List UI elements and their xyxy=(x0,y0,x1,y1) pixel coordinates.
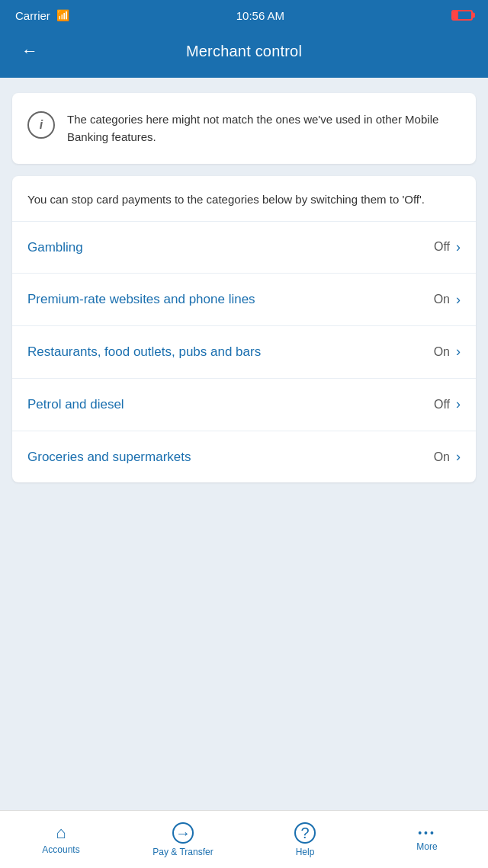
wifi-icon: 📶 xyxy=(56,9,69,21)
more-icon: ••• xyxy=(418,828,436,838)
carrier-label: Carrier xyxy=(15,9,50,22)
category-name-restaurants: Restaurants, food outlets, pubs and bars xyxy=(27,343,287,361)
chevron-icon-premium-rate: › xyxy=(456,292,461,308)
category-intro: You can stop card payments to the catego… xyxy=(12,176,476,222)
pay-transfer-label: Pay & Transfer xyxy=(152,847,213,857)
chevron-icon-restaurants: › xyxy=(456,344,461,360)
nav-item-help[interactable]: ? Help xyxy=(244,811,366,868)
nav-item-accounts[interactable]: ⌂ Accounts xyxy=(0,811,122,868)
category-status-petrol: Off› xyxy=(434,396,461,412)
info-card: i The categories here might not match th… xyxy=(12,93,476,164)
more-label: More xyxy=(416,841,437,852)
category-item-restaurants[interactable]: Restaurants, food outlets, pubs and bars… xyxy=(12,326,476,379)
help-icon: ? xyxy=(294,822,316,844)
chevron-icon-gambling: › xyxy=(456,239,461,255)
category-name-premium-rate: Premium-rate websites and phone lines xyxy=(27,290,287,309)
nav-item-pay-transfer[interactable]: → Pay & Transfer xyxy=(122,811,244,868)
nav-item-more[interactable]: ••• More xyxy=(366,811,488,868)
header: ← Merchant control xyxy=(0,30,488,78)
category-name-gambling: Gambling xyxy=(27,239,287,257)
status-label-groceries: On xyxy=(434,450,450,464)
category-status-gambling: Off› xyxy=(434,239,461,255)
category-card: You can stop card payments to the catego… xyxy=(12,176,476,482)
status-bar: Carrier 📶 10:56 AM xyxy=(0,0,488,30)
category-item-premium-rate[interactable]: Premium-rate websites and phone linesOn› xyxy=(12,274,476,326)
status-left: Carrier 📶 xyxy=(15,9,69,22)
main-content: i The categories here might not match th… xyxy=(0,78,488,810)
back-button[interactable]: ← xyxy=(15,38,44,64)
category-list: GamblingOff›Premium-rate websites and ph… xyxy=(12,222,476,483)
category-item-gambling[interactable]: GamblingOff› xyxy=(12,222,476,274)
status-label-petrol: Off xyxy=(434,398,450,412)
category-status-premium-rate: On› xyxy=(434,292,461,308)
back-arrow-icon: ← xyxy=(21,41,38,61)
category-item-petrol[interactable]: Petrol and dieselOff› xyxy=(12,379,476,431)
category-status-groceries: On› xyxy=(434,449,461,465)
chevron-icon-petrol: › xyxy=(456,396,461,412)
info-icon: i xyxy=(27,111,55,139)
category-status-restaurants: On› xyxy=(434,344,461,360)
page-title: Merchant control xyxy=(186,43,302,60)
time-display: 10:56 AM xyxy=(236,9,284,22)
battery-icon xyxy=(451,10,473,21)
accounts-icon: ⌂ xyxy=(56,825,66,841)
status-label-gambling: Off xyxy=(434,240,450,254)
category-name-petrol: Petrol and diesel xyxy=(27,396,287,414)
accounts-label: Accounts xyxy=(42,844,79,855)
status-label-restaurants: On xyxy=(434,345,450,359)
help-label: Help xyxy=(296,847,315,857)
bottom-nav: ⌂ Accounts → Pay & Transfer ? Help ••• M… xyxy=(0,810,488,868)
category-item-groceries[interactable]: Groceries and supermarketsOn› xyxy=(12,431,476,483)
category-name-groceries: Groceries and supermarkets xyxy=(27,448,287,466)
status-label-premium-rate: On xyxy=(434,293,450,306)
info-text: The categories here might not match the … xyxy=(67,111,461,146)
pay-transfer-icon: → xyxy=(172,822,194,844)
chevron-icon-groceries: › xyxy=(456,449,461,465)
